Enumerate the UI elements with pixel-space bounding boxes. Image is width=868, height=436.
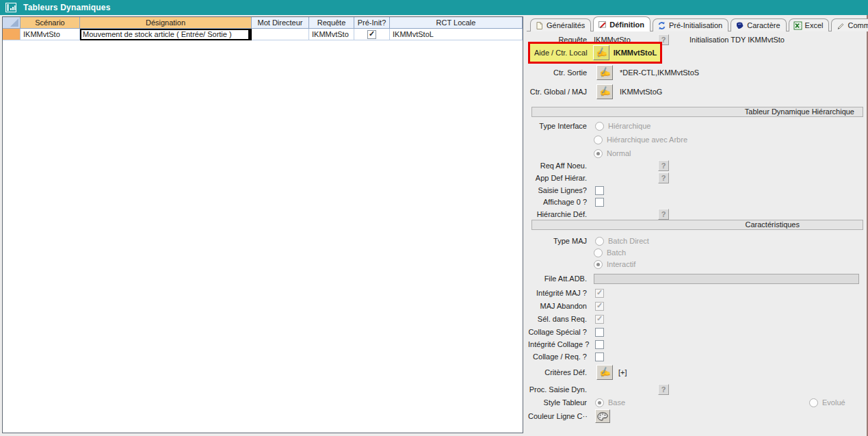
radio-hierarchique-avec-arbre[interactable] xyxy=(594,136,603,144)
proc-saisie-dyn-label: Proc. Saisie Dyn. xyxy=(528,385,587,394)
criteres-def-prompt-button[interactable]: ✍ xyxy=(596,365,613,380)
tab-label: Généralités xyxy=(547,21,585,29)
cell-requete[interactable]: IKMMvtSto xyxy=(309,29,354,40)
window-title: Tableurs Dynamiques xyxy=(23,3,111,12)
ctr-global-maj-prompt-button[interactable]: ✍ xyxy=(596,84,613,99)
aide-ctr-local-value: IKMMvtStoL xyxy=(614,49,657,57)
tab-generalites[interactable]: Généralités xyxy=(530,18,591,31)
col-header-requete[interactable]: Requête xyxy=(309,17,354,29)
field-row-type-maj-3: Interactif xyxy=(528,258,868,270)
field-row-type-maj-2: Batch xyxy=(528,246,868,259)
window-chart-icon xyxy=(5,3,16,12)
criteres-def-value: [+] xyxy=(618,368,627,376)
tab-label: Commentaire xyxy=(847,21,868,29)
req-aff-noeu-label: Req Aff Noeu. xyxy=(528,162,587,170)
cell-mot-directeur[interactable] xyxy=(252,29,309,40)
app-def-hierar-label: App Def Hiérar. xyxy=(528,174,587,182)
field-row-integrite-maj: Intégrité MAJ ? xyxy=(528,287,862,299)
field-row-hierarchie-def: Hiérarchie Déf. ? xyxy=(528,208,862,220)
field-row-type-maj: Type MAJ Batch Direct xyxy=(528,235,862,247)
integrite-collage-checkbox[interactable] xyxy=(595,340,604,349)
field-row-integrite-collage: Intégrité Collage ? xyxy=(528,338,862,350)
req-aff-noeu-prompt-button[interactable]: ? xyxy=(658,160,669,171)
table-row: IKMMvtSto Mouvement de stock article ( E… xyxy=(3,29,523,40)
cell-pre-init[interactable] xyxy=(354,29,390,40)
field-row-ctr-global-maj: Ctr. Global / MAJ ✍ IKMMvtStoG xyxy=(528,84,862,100)
tab-label: Pré-Initialisation xyxy=(669,21,722,29)
saisie-lignes-label: Saisie Lignes? xyxy=(528,186,587,194)
tab-commentaire[interactable]: Commentaire xyxy=(831,18,868,31)
field-row-sel-dans-req: Sél. dans Req. xyxy=(528,313,862,325)
refresh-arrows-icon xyxy=(657,21,666,30)
hierarchie-def-label: Hiérarchie Déf. xyxy=(528,210,587,218)
evolue-option: Evolué xyxy=(809,398,845,407)
field-row-file-att-adb: File Att.ADB. xyxy=(528,272,862,285)
col-header-scenario[interactable]: Scénario xyxy=(21,17,80,29)
proc-saisie-dyn-prompt-button[interactable]: ? xyxy=(658,384,669,395)
file-att-adb-input[interactable] xyxy=(594,274,859,284)
radio-batch[interactable] xyxy=(594,248,603,257)
definition-panel: Généralités Définition Pré-Initialisatio… xyxy=(527,16,865,436)
radio-normal[interactable] xyxy=(594,149,603,158)
radio-evolue[interactable] xyxy=(809,398,818,407)
field-row-style-tableur: Style Tableur Base Evolué xyxy=(528,396,862,409)
designation-text: Mouvement de stock article ( Entrée/ Sor… xyxy=(83,30,232,38)
field-row-criteres-def: Critères Déf. ✍ [+] xyxy=(528,364,862,381)
radio-normal-label: Normal xyxy=(607,149,631,157)
grid-corner-cell[interactable] xyxy=(3,17,21,29)
criteres-def-label: Critères Déf. xyxy=(528,368,587,376)
radio-base[interactable] xyxy=(595,398,604,407)
affichage-0-checkbox[interactable] xyxy=(595,198,604,207)
radio-base-label: Base xyxy=(608,398,625,407)
integrite-maj-checkbox[interactable] xyxy=(595,289,604,298)
radio-interactif-label: Interactif xyxy=(607,260,635,268)
aide-ctr-local-prompt-button[interactable]: ✍ xyxy=(593,45,609,60)
tab-label: Caractère xyxy=(747,21,780,29)
sel-dans-req-label: Sél. dans Req. xyxy=(528,315,587,323)
col-header-rct-locale[interactable]: RCT Locale xyxy=(390,17,523,29)
ctr-sortie-label: Ctr. Sortie xyxy=(528,68,587,77)
radio-evolue-label: Evolué xyxy=(822,398,845,407)
ctr-sortie-prompt-button[interactable]: ✍ xyxy=(596,65,613,80)
palette-icon xyxy=(597,412,608,421)
notes-icon xyxy=(535,21,544,30)
col-header-pre-init[interactable]: Pré-Init? xyxy=(354,17,390,29)
prompt-hand-icon: ✍ xyxy=(596,365,613,380)
radio-batch-direct[interactable] xyxy=(595,237,604,246)
tab-definition[interactable]: Définition xyxy=(593,16,650,31)
hierarchie-def-prompt-button[interactable]: ? xyxy=(658,209,669,220)
field-row-req-aff-noeu: Req Aff Noeu. ? xyxy=(528,159,862,172)
app-def-hierar-prompt-button[interactable]: ? xyxy=(658,172,669,183)
cell-designation[interactable]: Mouvement de stock article ( Entrée/ Sor… xyxy=(80,29,252,40)
field-row-maj-abandon: MAJ Abandon xyxy=(528,300,862,312)
collage-req-label: Collage / Req. ? xyxy=(528,352,587,361)
requete-info-text: Initialisation TDY IKMMvtSto xyxy=(689,36,785,44)
radio-hierarchique[interactable] xyxy=(595,122,604,131)
radio-batch-direct-label: Batch Direct xyxy=(608,237,649,245)
character-icon xyxy=(735,21,744,30)
col-header-designation[interactable]: Désignation xyxy=(80,17,252,29)
cell-scenario[interactable]: IKMMvtSto xyxy=(21,29,80,40)
section-header-caracteristiques: Caractéristiques xyxy=(531,220,863,230)
saisie-lignes-checkbox[interactable] xyxy=(595,186,604,195)
row-selector-cell[interactable] xyxy=(3,29,21,40)
pencil-icon xyxy=(836,21,845,30)
maj-abandon-checkbox[interactable] xyxy=(595,302,604,311)
tab-caractere[interactable]: Caractère xyxy=(731,18,786,31)
field-row-type-interface-2: Hiérarchique avec Arbre xyxy=(528,133,868,146)
cell-rct-locale[interactable]: IKMMvtStoL xyxy=(390,29,523,40)
field-row-type-interface: Type Interface Hiérarchique xyxy=(528,120,862,132)
couleur-ligne-palette-button[interactable] xyxy=(595,409,610,423)
collage-req-checkbox[interactable] xyxy=(595,352,604,361)
sel-dans-req-checkbox[interactable] xyxy=(595,315,604,324)
integrite-maj-label: Intégrité MAJ ? xyxy=(528,289,587,297)
scenarios-grid: Scénario Désignation Mot Directeur Requê… xyxy=(2,16,523,433)
col-header-mot-directeur[interactable]: Mot Directeur xyxy=(252,17,309,29)
tab-pre-initialisation[interactable]: Pré-Initialisation xyxy=(653,18,728,31)
pre-init-checkbox[interactable] xyxy=(367,30,376,39)
radio-interactif[interactable] xyxy=(594,260,603,269)
field-row-ctr-sortie: Ctr. Sortie ✍ *DER-CTL,IKMMvtStoS xyxy=(528,64,862,81)
excel-icon xyxy=(793,21,802,30)
tab-excel[interactable]: Excel xyxy=(789,18,830,31)
collage-special-checkbox[interactable] xyxy=(595,328,604,337)
